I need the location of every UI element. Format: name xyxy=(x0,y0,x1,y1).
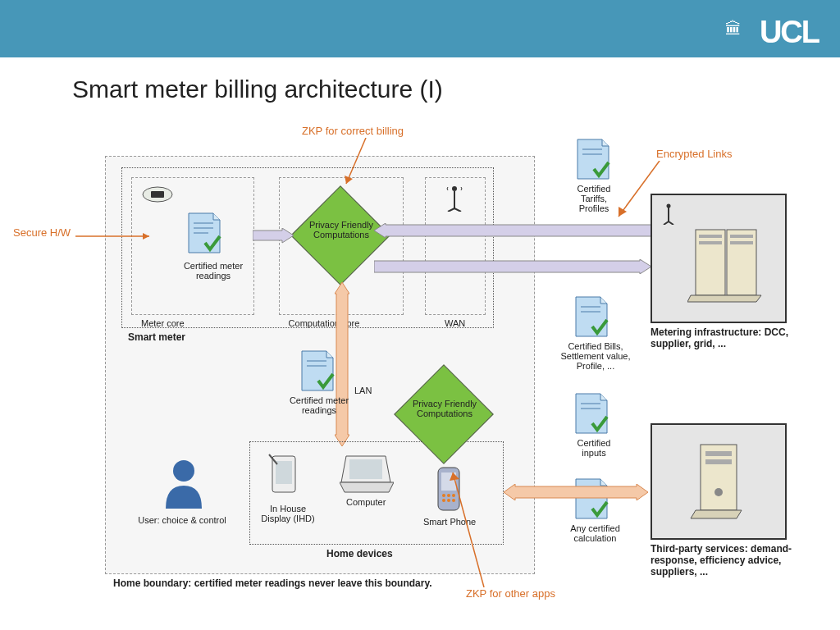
header-bar xyxy=(0,0,840,57)
annot-zkp-billing: ZKP for correct billing xyxy=(302,125,404,137)
arrow-infra-to-pfc xyxy=(374,223,651,238)
doc-icon-tariffs xyxy=(576,138,610,180)
meter-core-label: Meter core xyxy=(141,318,185,328)
svg-line-11 xyxy=(664,221,669,225)
server-tower-icon xyxy=(687,440,751,522)
computer-label: Computer xyxy=(346,497,386,507)
cert-tariffs-label: Certified Tariffs, Profiles xyxy=(569,184,619,213)
svg-point-35 xyxy=(442,494,445,497)
ihd-icon xyxy=(267,453,300,499)
arrow-home-to-thirdparty xyxy=(504,484,648,500)
server-rack-icon xyxy=(687,223,769,305)
annot-arrow-encrypted-links xyxy=(614,161,663,223)
ucl-logo: UCL xyxy=(760,15,819,50)
home-devices-label: Home devices xyxy=(326,548,393,559)
svg-rect-43 xyxy=(705,459,732,464)
antenna-icon-1 xyxy=(443,184,466,212)
svg-point-44 xyxy=(714,488,723,496)
cert-readings-2-label: Certified meter readings xyxy=(282,395,356,415)
svg-rect-14 xyxy=(727,230,756,295)
computation-core-label: Computation core xyxy=(287,318,361,328)
doc-icon-cert-readings-2 xyxy=(300,349,335,392)
pfc-2-label: Privacy Friendly Computations xyxy=(404,399,486,418)
meter-device-icon xyxy=(141,185,174,203)
pfc-1-label: Privacy Friendly Computations xyxy=(300,220,382,240)
cert-bills-label: Certified Bills, Settlement value, Profi… xyxy=(555,341,637,371)
svg-point-9 xyxy=(667,204,671,208)
svg-rect-15 xyxy=(699,235,722,238)
smart-meter-label: Smart meter xyxy=(128,331,185,343)
doc-icon-inputs xyxy=(574,392,609,435)
cert-inputs-label: Certified inputs xyxy=(569,438,619,458)
svg-rect-17 xyxy=(730,235,753,238)
user-icon xyxy=(161,458,207,510)
svg-line-48 xyxy=(619,161,660,217)
svg-rect-18 xyxy=(730,241,753,244)
doc-icon-cert-readings-1 xyxy=(187,212,221,254)
user-label: User: choice & control xyxy=(133,515,231,525)
wan-label: WAN xyxy=(445,318,465,328)
svg-rect-13 xyxy=(696,230,725,295)
annot-encrypted-links: Encrypted Links xyxy=(656,148,733,160)
doc-icon-bills xyxy=(574,295,609,338)
annot-arrow-zkp-other xyxy=(448,466,489,587)
svg-line-12 xyxy=(669,221,673,225)
any-cert-label: Any certified calculation xyxy=(564,523,626,543)
svg-point-38 xyxy=(442,499,445,502)
arrow-lan xyxy=(335,282,349,446)
svg-rect-30 xyxy=(276,461,292,484)
ihd-label: In House Display (IHD) xyxy=(258,504,318,523)
svg-line-8 xyxy=(454,208,461,212)
metering-infra-label: Metering infrastructure: DCC, supplier, … xyxy=(651,326,790,349)
svg-rect-42 xyxy=(705,451,732,456)
ucl-building-icon: 🏛 xyxy=(725,20,742,39)
annot-arrow-secure-hw xyxy=(75,232,158,240)
annot-arrow-zkp-billing xyxy=(343,138,376,190)
svg-rect-32 xyxy=(349,459,382,479)
svg-point-5 xyxy=(452,186,457,191)
slide-title: Smart meter billing architecture (I) xyxy=(72,75,443,103)
svg-line-49 xyxy=(453,472,484,587)
lan-label: LAN xyxy=(354,386,372,395)
cert-readings-1-label: Certified meter readings xyxy=(180,261,246,281)
svg-line-47 xyxy=(346,138,366,184)
arrow-meter-to-pfc xyxy=(253,228,294,244)
svg-point-45 xyxy=(173,460,194,482)
annot-zkp-other: ZKP for other apps xyxy=(466,587,555,600)
third-party-label: Third-party services: demand-response, e… xyxy=(651,543,798,578)
home-boundary-label: Home boundary: certified meter readings … xyxy=(113,578,432,589)
svg-rect-1 xyxy=(151,191,164,198)
svg-rect-16 xyxy=(699,241,722,244)
svg-line-7 xyxy=(448,208,454,212)
arrow-pfc-to-infra xyxy=(374,259,651,274)
annot-secure-hw: Secure H/W xyxy=(13,226,71,239)
computer-icon xyxy=(340,454,394,494)
